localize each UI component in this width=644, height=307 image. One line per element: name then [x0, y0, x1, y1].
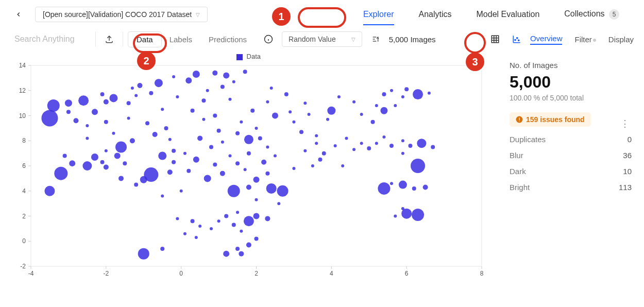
svg-point-74 — [149, 91, 153, 95]
upload-icon[interactable] — [101, 31, 117, 47]
svg-point-150 — [367, 146, 371, 150]
svg-point-138 — [318, 158, 322, 162]
svg-point-76 — [145, 121, 149, 125]
svg-point-112 — [244, 168, 247, 171]
svg-point-107 — [228, 155, 231, 158]
issue-item[interactable]: Bright113 — [510, 183, 632, 192]
dataset-selector[interactable]: [Open source][Validation] COCO 2017 Data… — [35, 7, 208, 22]
svg-point-119 — [258, 136, 262, 140]
svg-point-66 — [114, 153, 121, 159]
sort-direction-icon[interactable] — [367, 31, 384, 47]
svg-point-56 — [92, 109, 98, 115]
scatter-plot[interactable]: -202468101214-4-202468 — [10, 60, 487, 282]
svg-text:12: 12 — [19, 87, 26, 94]
svg-point-90 — [193, 71, 200, 78]
svg-point-198 — [246, 243, 251, 248]
svg-point-64 — [100, 160, 105, 164]
svg-point-192 — [232, 223, 236, 227]
svg-point-95 — [221, 84, 225, 89]
issue-item[interactable]: Blur36 — [510, 151, 632, 160]
svg-point-54 — [78, 95, 89, 106]
tab-data[interactable]: Data — [128, 32, 161, 47]
svg-point-73 — [155, 79, 163, 87]
nav-analytics[interactable]: Analytics — [415, 8, 456, 21]
svg-point-51 — [41, 110, 58, 126]
svg-point-15 — [515, 39, 516, 40]
svg-point-159 — [401, 139, 404, 142]
svg-point-79 — [168, 138, 172, 141]
svg-point-145 — [341, 164, 344, 167]
tab-display[interactable]: Display — [608, 35, 634, 44]
svg-point-217 — [255, 198, 258, 201]
svg-point-111 — [235, 161, 240, 165]
nav-explorer[interactable]: Explorer — [359, 8, 398, 21]
svg-point-70 — [127, 101, 131, 105]
svg-point-176 — [390, 182, 393, 185]
images-count-value: 5,000 — [510, 73, 632, 92]
tab-filter[interactable]: Filter — [574, 35, 596, 44]
issues-found-pill[interactable]: 159 issues found — [510, 112, 591, 127]
svg-point-147 — [360, 142, 363, 145]
svg-point-171 — [428, 92, 431, 95]
svg-point-57 — [104, 99, 109, 105]
svg-point-96 — [232, 80, 235, 83]
svg-point-165 — [394, 104, 397, 107]
svg-point-87 — [118, 176, 124, 181]
back-button[interactable] — [10, 6, 27, 23]
svg-point-82 — [172, 160, 176, 164]
svg-point-92 — [201, 98, 206, 103]
svg-point-169 — [404, 87, 409, 91]
svg-point-91 — [206, 89, 209, 92]
svg-point-109 — [204, 175, 211, 182]
svg-text:8: 8 — [22, 137, 26, 144]
svg-text:6: 6 — [22, 162, 26, 169]
search-input[interactable] — [10, 31, 90, 47]
tab-overview[interactable]: Overview — [530, 34, 563, 45]
svg-point-174 — [412, 186, 416, 191]
svg-point-148 — [334, 144, 337, 147]
top-nav: Explorer Analytics Model Evaluation Coll… — [359, 7, 623, 22]
tab-labels[interactable]: Labels — [161, 32, 200, 47]
issue-item[interactable]: Dark10 — [510, 167, 632, 176]
svg-point-216 — [243, 70, 247, 74]
svg-point-60 — [44, 186, 55, 196]
svg-point-205 — [195, 236, 198, 239]
svg-point-194 — [240, 230, 243, 233]
tab-predictions[interactable]: Predictions — [200, 32, 255, 47]
svg-point-213 — [100, 92, 105, 96]
svg-point-78 — [164, 126, 168, 130]
svg-point-52 — [47, 99, 60, 112]
info-icon[interactable] — [260, 31, 277, 47]
svg-point-99 — [213, 114, 217, 118]
svg-point-151 — [375, 142, 378, 145]
svg-point-206 — [303, 101, 307, 105]
svg-point-94 — [223, 73, 229, 79]
nav-model-evaluation[interactable]: Model Evaluation — [472, 8, 544, 21]
svg-point-102 — [197, 135, 202, 141]
svg-point-121 — [261, 160, 266, 165]
svg-point-116 — [250, 109, 255, 113]
images-heading: No. of Images — [510, 61, 632, 70]
svg-point-208 — [63, 154, 67, 158]
svg-point-160 — [408, 144, 412, 148]
collections-badge: 5 — [609, 9, 619, 20]
svg-text:-2: -2 — [20, 263, 26, 270]
grid-view-icon[interactable] — [487, 31, 503, 47]
svg-point-105 — [193, 157, 199, 163]
image-count-label: 5,000 Images — [389, 35, 436, 44]
svg-point-200 — [223, 251, 229, 257]
kebab-menu-icon[interactable]: ⋮ — [618, 116, 632, 131]
scatter-view-icon[interactable] — [509, 31, 525, 47]
sort-dropdown[interactable]: Random Value ▽ — [282, 31, 362, 47]
svg-point-155 — [380, 107, 387, 114]
svg-point-146 — [352, 148, 355, 151]
nav-collections[interactable]: Collections 5 — [560, 7, 623, 22]
svg-point-190 — [224, 214, 228, 218]
svg-rect-224 — [519, 121, 519, 121]
divider — [123, 32, 123, 46]
svg-point-86 — [134, 183, 138, 187]
svg-point-65 — [104, 164, 109, 169]
svg-point-219 — [292, 167, 295, 170]
issue-item[interactable]: Duplicates0 — [510, 135, 632, 144]
issues-list: Duplicates0Blur36Dark10Bright113 — [510, 135, 632, 192]
